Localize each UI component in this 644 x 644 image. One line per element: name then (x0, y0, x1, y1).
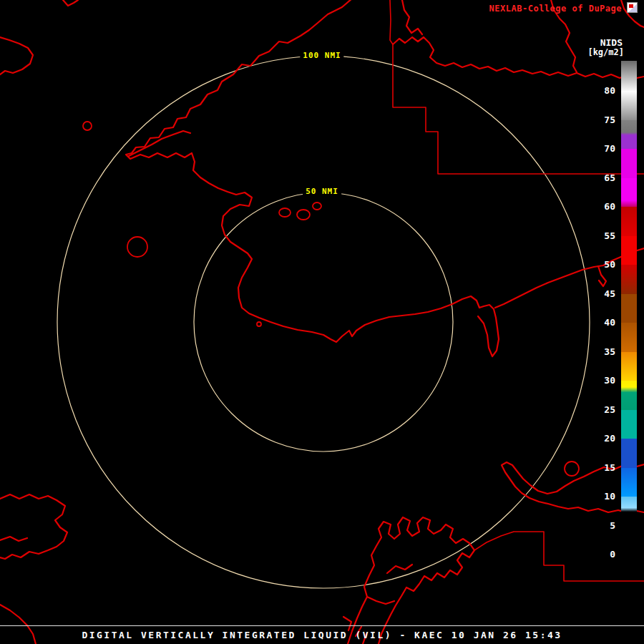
colorbar-tick-label: 70 (585, 142, 615, 155)
colorbar-segment (621, 265, 637, 294)
colorbar-segment (621, 381, 637, 410)
colorbar-segment (621, 294, 637, 323)
colorbar-tick-label: 50 (585, 258, 615, 271)
product-title: DIGITAL VERTICALLY INTEGRATED LIQUID (VI… (0, 630, 644, 640)
colorbar-tick-label: 40 (585, 316, 615, 329)
colorbar-segment (621, 468, 637, 497)
colorbar-tick-label: 5 (585, 519, 615, 532)
island (83, 122, 92, 130)
island (565, 462, 579, 476)
boundary-stepped-bottomright (474, 532, 644, 581)
colorbar-segment (621, 323, 637, 352)
island (297, 210, 310, 220)
colorbar-segment (621, 91, 637, 120)
island (127, 237, 147, 257)
delta-channel-2 (387, 565, 412, 573)
island (313, 203, 321, 210)
island-topedge (63, 0, 78, 6)
colorbar-tick-label: 25 (585, 404, 615, 416)
colorbar-segment (621, 352, 637, 381)
range-rings (57, 56, 590, 588)
colorbar-segment (621, 120, 637, 150)
island-topleft (0, 37, 33, 74)
colorbar-segment (621, 178, 637, 208)
brand-text: NEXLAB-College of DuPage (489, 4, 622, 14)
radar-map (0, 0, 644, 644)
colorbar-title: NIDS (600, 37, 623, 48)
colorbar-segment (621, 526, 637, 555)
colorbar-tick-label: 35 (585, 346, 615, 358)
colorbar-tick-label: 55 (585, 230, 615, 243)
colorbar-segment (621, 149, 637, 178)
colorbar-segment (621, 410, 637, 439)
river-topright-2 (402, 0, 422, 34)
colorbar-tick-label: 10 (585, 490, 615, 503)
colorbar-tick-label: 60 (585, 200, 615, 213)
colorbar-segment (621, 555, 637, 565)
barrier-island (129, 131, 190, 156)
colorbar-tick-label: 30 (585, 374, 615, 387)
colorbar-segment (621, 497, 637, 526)
island (279, 208, 291, 217)
island (257, 322, 261, 326)
boundary-vertical-top (390, 0, 393, 44)
coastline-bottomleft (0, 494, 67, 559)
coastline-bottomleft-inner (0, 537, 27, 541)
colorbar-segment (621, 61, 637, 91)
delta-channel (367, 597, 394, 604)
footer-divider (0, 625, 644, 626)
range-ring-50nmi (194, 192, 453, 452)
colorbar-units: [kg/m2] (587, 47, 624, 57)
map-overlay (0, 0, 644, 644)
radar-display: 100 NMI 50 NMI NEXLAB-College of DuPage … (0, 0, 644, 644)
delta-fork (343, 617, 351, 630)
colorbar-segment (621, 236, 637, 265)
range-ring-label-50nmi: 50 NMI (303, 186, 341, 197)
colorbar: 80757065605550454035302520151050 (621, 61, 637, 565)
colorbar-tick-label: 75 (585, 114, 615, 127)
colorbar-tick-label: 0 (585, 548, 615, 561)
range-ring-100nmi (57, 56, 590, 588)
colorbar-segment (621, 439, 637, 468)
colorbar-tick-label: 20 (585, 432, 615, 445)
cod-logo-icon (627, 2, 638, 13)
colorbar-tick-label: 65 (585, 172, 615, 185)
colorbar-tick-label: 15 (585, 462, 615, 474)
colorbar-tick-label: 45 (585, 288, 615, 301)
colorbar-segment (621, 207, 637, 236)
colorbar-tick-label: 80 (585, 84, 615, 97)
range-ring-label-100nmi: 100 NMI (300, 50, 343, 61)
